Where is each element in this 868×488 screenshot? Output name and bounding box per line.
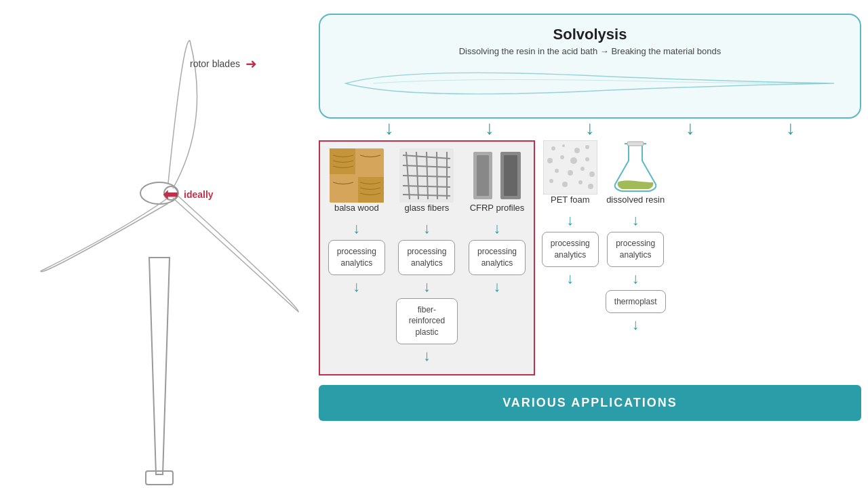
svg-point-38 xyxy=(588,184,593,189)
svg-rect-19 xyxy=(477,155,489,196)
various-applications-bar: VARIOUS APPLICATIONS xyxy=(319,385,861,421)
cfrp-process-box: processinganalytics xyxy=(469,240,526,275)
svg-point-25 xyxy=(574,148,580,153)
arrow-down-5: ↓ xyxy=(777,119,804,138)
svg-point-36 xyxy=(562,182,568,187)
svg-point-26 xyxy=(585,145,589,149)
arrow-down-2: ↓ xyxy=(476,119,503,138)
balsa-wood-col: balsa wood ↓ processinganalytics ↓ xyxy=(326,148,388,367)
glass-fibers-image xyxy=(399,148,454,203)
svg-point-34 xyxy=(589,171,595,177)
svg-point-33 xyxy=(580,167,585,171)
balsa-wood-image xyxy=(330,148,384,203)
balsa-process-box: processinganalytics xyxy=(328,240,385,275)
solvolysis-box: Solvolysis Dissolving the resin in the a… xyxy=(319,14,861,119)
arrow-balsa-down: ↓ xyxy=(353,220,360,237)
arrow-down-1: ↓ xyxy=(376,119,403,138)
fiber-reinforced-box: fiber-reinforcedplastic xyxy=(396,298,458,344)
arrow-glass-down3: ↓ xyxy=(423,347,431,365)
blade-shape-svg xyxy=(336,63,844,104)
arrow-pet-down: ↓ xyxy=(566,211,574,229)
svg-rect-21 xyxy=(504,155,517,196)
rotor-blades-text: rotor blades xyxy=(190,58,240,69)
arrow-glass-down: ↓ xyxy=(423,220,431,237)
inner-materials-box: balsa wood ↓ processinganalytics ↓ xyxy=(319,140,535,375)
svg-rect-1 xyxy=(146,471,173,485)
svg-rect-40 xyxy=(627,142,644,146)
outer-materials: PET foam ↓ processinganalytics ↓ dissolv… xyxy=(542,140,666,336)
solvolysis-title: Solvolysis xyxy=(336,26,844,43)
arrow-resin-down2: ↓ xyxy=(632,270,639,287)
arrow-balsa-down2: ↓ xyxy=(353,278,360,296)
dissolved-resin-col: dissolved resin ↓ processinganalytics ↓ … xyxy=(606,140,666,336)
ideally-text: ideally xyxy=(184,189,214,200)
svg-point-24 xyxy=(562,144,565,147)
pet-foam-image xyxy=(543,140,597,195)
svg-marker-0 xyxy=(149,258,170,474)
rotor-blades-label: rotor blades ➜ xyxy=(190,56,257,72)
wind-turbine xyxy=(0,0,319,488)
cfrp-profiles-label: CFRP profiles xyxy=(470,203,525,213)
resin-process-box: processinganalytics xyxy=(607,232,664,267)
cfrp-profiles-image xyxy=(470,148,524,203)
svg-point-31 xyxy=(555,169,559,173)
glass-process-box: processinganalytics xyxy=(398,240,455,275)
thermoplast-box: thermoplast xyxy=(606,290,666,314)
svg-point-28 xyxy=(560,155,564,159)
arrow-resin-down3: ↓ xyxy=(632,316,639,333)
svg-point-35 xyxy=(549,179,553,183)
svg-point-30 xyxy=(585,157,589,161)
pet-foam-label: PET foam xyxy=(551,195,590,205)
arrow-cfrp-down2: ↓ xyxy=(493,278,500,296)
svg-point-27 xyxy=(547,158,553,163)
cfrp-profiles-col: CFRP profiles ↓ processinganalytics ↓ xyxy=(466,148,528,367)
materials-row: balsa wood ↓ processinganalytics ↓ xyxy=(319,140,861,375)
diagram-wrapper: Solvolysis Dissolving the resin in the a… xyxy=(319,14,861,421)
pet-process-box: processinganalytics xyxy=(542,232,599,267)
glass-fibers-col: glass fibers ↓ processinganalytics ↓ fib… xyxy=(396,148,458,367)
ideally-label: ⬅ ideally xyxy=(163,183,214,205)
rotor-arrow-icon: ➜ xyxy=(245,56,257,72)
svg-point-23 xyxy=(551,146,555,150)
svg-point-32 xyxy=(568,170,573,176)
arrow-down-3: ↓ xyxy=(576,119,604,138)
glass-fibers-label: glass fibers xyxy=(405,203,450,213)
ideally-arrow-icon: ⬅ xyxy=(163,183,178,205)
svg-point-29 xyxy=(570,157,577,164)
svg-point-37 xyxy=(578,180,583,184)
arrows-from-solvolysis: ↓ ↓ ↓ ↓ ↓ xyxy=(319,119,861,138)
dissolved-resin-image xyxy=(608,140,663,195)
arrow-cfrp-down: ↓ xyxy=(493,220,500,237)
dissolved-resin-label: dissolved resin xyxy=(606,195,665,205)
solvolysis-subtitle: Dissolving the resin in the acid bath → … xyxy=(336,46,844,56)
arrow-resin-down: ↓ xyxy=(632,211,639,229)
arrow-pet-down2: ↓ xyxy=(566,270,574,287)
svg-rect-6 xyxy=(358,177,384,203)
arrow-down-4: ↓ xyxy=(677,119,704,138)
pet-foam-col: PET foam ↓ processinganalytics ↓ xyxy=(542,140,599,336)
svg-line-11 xyxy=(437,152,437,199)
balsa-wood-label: balsa wood xyxy=(334,203,379,213)
arrow-glass-down2: ↓ xyxy=(423,278,431,296)
